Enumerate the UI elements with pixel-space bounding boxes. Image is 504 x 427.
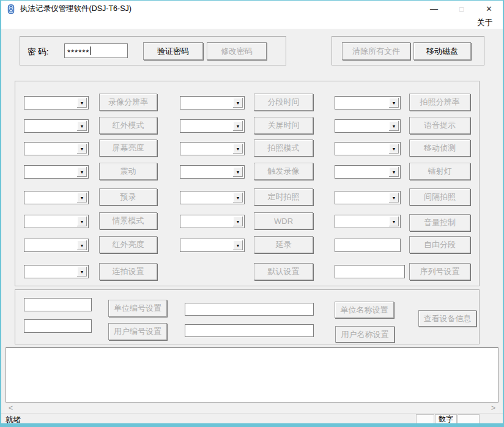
ir-brightness-select[interactable]: ▼ [24,239,89,252]
chevron-down-icon[interactable]: ▼ [233,240,243,250]
user-number-input[interactable] [24,319,92,333]
photo-resolution-button[interactable]: 拍照分辨率 [409,94,470,111]
chevron-down-icon[interactable]: ▼ [77,121,87,131]
chevron-down-icon[interactable]: ▼ [389,193,399,202]
verify-password-button[interactable]: 验证密码 [143,42,203,60]
delayed-record-button[interactable]: 延录 [254,236,313,253]
burst-shot-select[interactable]: ▼ [24,265,89,278]
chevron-down-icon[interactable]: ▼ [233,167,243,177]
chevron-down-icon[interactable]: ▼ [77,98,87,108]
app-window: 执法记录仪管理软件(DSJ-T6-SJ) — □ ✕ 关于 密 码: *****… [0,0,504,427]
titlebar: 执法记录仪管理软件(DSJ-T6-SJ) — □ ✕ [1,1,503,17]
status-pane-num: 数字 [435,414,457,424]
chevron-down-icon[interactable]: ▼ [233,121,243,131]
laser-light-select[interactable]: ▼ [335,165,401,179]
minimize-button[interactable]: — [420,1,448,17]
burst-shot-button[interactable]: 连拍设置 [99,263,157,280]
wdr-select[interactable]: ▼ [180,215,245,228]
chevron-down-icon[interactable]: ▼ [233,98,243,108]
timed-photo-select[interactable]: ▼ [180,191,245,204]
user-number-button[interactable]: 用户编号设置 [108,323,167,340]
user-name-button[interactable]: 用户名称设置 [335,326,395,343]
interval-photo-button[interactable]: 间隔拍照 [409,188,470,206]
scene-mode-select[interactable]: ▼ [24,215,89,228]
interval-photo-select[interactable]: ▼ [335,191,401,204]
serial-number-button[interactable]: 序列号设置 [409,263,470,280]
vibration-button[interactable]: 震动 [99,163,157,180]
scroll-right-icon[interactable]: > [488,403,498,413]
chevron-down-icon[interactable]: ▼ [77,240,87,250]
screen-brightness-select[interactable]: ▼ [24,142,89,155]
chevron-down-icon[interactable]: ▼ [233,193,243,202]
laser-light-button[interactable]: 镭射灯 [409,163,470,180]
chevron-down-icon[interactable]: ▼ [389,217,399,226]
chevron-down-icon[interactable]: ▼ [389,144,399,154]
trigger-record-select[interactable]: ▼ [180,165,245,179]
unit-name-input[interactable] [185,303,314,316]
trigger-record-button[interactable]: 触发录像 [254,163,313,180]
delayed-record-select[interactable]: ▼ [180,239,245,252]
motion-detection-button[interactable]: 移动侦测 [409,139,470,157]
serial-number-input[interactable] [335,265,405,278]
settings-groupbox [15,81,480,286]
scene-mode-button[interactable]: 情景模式 [99,212,157,229]
wdr-button[interactable]: WDR [254,212,313,229]
status-ready-text: 就绪 [6,415,21,425]
photo-mode-button[interactable]: 拍照模式 [254,139,313,157]
photo-mode-select[interactable]: ▼ [180,142,245,155]
segment-time-select[interactable]: ▼ [180,96,245,110]
ir-brightness-button[interactable]: 红外亮度 [99,236,157,253]
password-input[interactable]: ****** [64,43,128,58]
timed-photo-button[interactable]: 定时拍照 [254,188,313,206]
default-settings-button[interactable]: 默认设置 [254,263,313,280]
screen-off-time-select[interactable]: ▼ [180,119,245,133]
device-info-button[interactable]: 查看设备信息 [418,310,476,327]
free-segment-input[interactable] [335,239,401,252]
unit-number-input[interactable] [24,298,92,311]
chevron-down-icon[interactable]: ▼ [233,144,243,154]
status-pane-empty-2 [458,414,480,424]
free-segment-button[interactable]: 自由分段 [409,236,470,253]
window-controls: — □ ✕ [420,1,503,17]
text-caret [90,46,91,55]
pre-record-select[interactable]: ▼ [24,191,89,204]
chevron-down-icon[interactable]: ▼ [77,144,87,154]
segment-time-button[interactable]: 分段时间 [254,94,313,111]
pre-record-button[interactable]: 预录 [99,188,157,206]
volume-control-button[interactable]: 音量控制 [409,214,470,231]
close-button[interactable]: ✕ [475,1,503,17]
scroll-left-icon[interactable]: < [6,403,16,413]
voice-prompt-select[interactable]: ▼ [335,119,401,133]
clear-all-files-button[interactable]: 清除所有文件 [342,42,410,60]
video-resolution-button[interactable]: 录像分辨率 [99,94,157,111]
user-name-input[interactable] [185,324,314,337]
volume-control-select[interactable]: ▼ [335,215,401,228]
voice-prompt-button[interactable]: 语音提示 [409,117,470,134]
chevron-down-icon[interactable]: ▼ [77,217,87,226]
video-resolution-select[interactable]: ▼ [24,96,89,110]
maximize-button[interactable]: □ [448,1,475,17]
chevron-down-icon[interactable]: ▼ [233,217,243,226]
app-icon [6,4,16,14]
chevron-down-icon[interactable]: ▼ [389,167,399,177]
modify-password-button[interactable]: 修改密码 [207,42,267,60]
vibration-select[interactable]: ▼ [24,165,89,179]
screen-brightness-button[interactable]: 屏幕亮度 [99,139,157,157]
chevron-down-icon[interactable]: ▼ [77,267,87,277]
screen-off-time-button[interactable]: 关屏时间 [254,117,313,134]
unit-name-button[interactable]: 单位名称设置 [335,302,394,318]
ir-mode-button[interactable]: 红外模式 [99,117,157,134]
password-label: 密 码: [28,46,49,58]
chevron-down-icon[interactable]: ▼ [389,121,399,131]
horizontal-scrollbar[interactable]: < > [6,403,498,413]
photo-resolution-select[interactable]: ▼ [335,96,401,110]
menu-about[interactable]: 关于 [477,18,492,28]
motion-detection-select[interactable]: ▼ [335,142,401,155]
ir-mode-select[interactable]: ▼ [24,119,89,133]
chevron-down-icon[interactable]: ▼ [77,167,87,177]
usb-disk-button[interactable]: 移动磁盘 [413,42,471,60]
unit-number-button[interactable]: 单位编号设置 [108,300,167,317]
log-listbox[interactable] [6,347,498,403]
chevron-down-icon[interactable]: ▼ [77,193,87,202]
chevron-down-icon[interactable]: ▼ [389,98,399,108]
